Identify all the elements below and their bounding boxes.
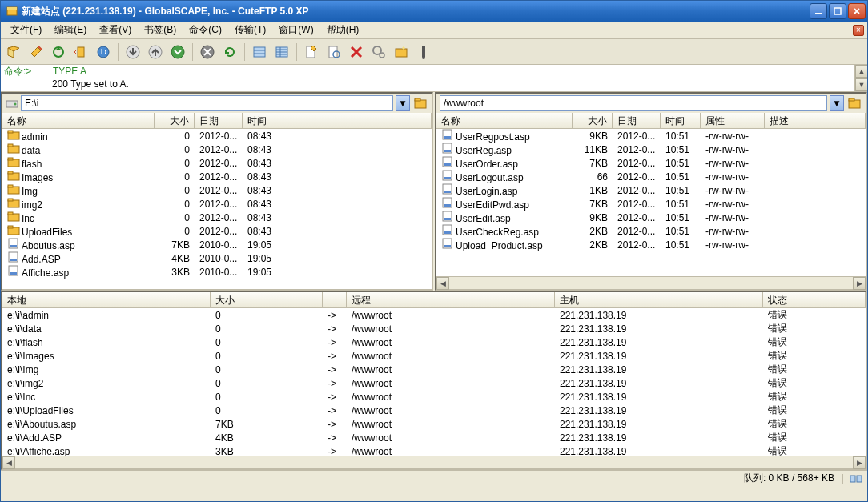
folder-new-icon[interactable] xyxy=(392,42,411,62)
folder-icon xyxy=(7,211,20,222)
site-manager-icon[interactable] xyxy=(4,42,23,62)
stop-icon[interactable] xyxy=(198,42,217,62)
queue-row[interactable]: e:\i\Aboutus.asp 7KB -> /wwwroot 221.231… xyxy=(2,417,866,431)
queue-row[interactable]: e:\i\Img 0 -> /wwwroot 221.231.138.19 错误 xyxy=(2,363,866,376)
col-local[interactable]: 本地 xyxy=(2,292,211,307)
menu-view[interactable]: 查看(V) xyxy=(93,22,138,38)
transfer-queue-icon[interactable] xyxy=(168,42,187,62)
queue-row[interactable]: e:\i\Add.ASP 4KB -> /wwwroot 221.231.138… xyxy=(2,431,866,444)
maximize-button[interactable] xyxy=(829,3,846,19)
menu-file[interactable]: 文件(F) xyxy=(4,22,48,38)
col-time[interactable]: 时间 xyxy=(661,113,701,128)
list-item[interactable]: UserLogin.asp 1KB 2012-0... 10:51 -rw-rw… xyxy=(436,183,866,197)
minimize-button[interactable] xyxy=(810,3,827,19)
col-status[interactable]: 状态 xyxy=(763,292,866,307)
col-date[interactable]: 日期 xyxy=(195,113,243,128)
local-path-dropdown[interactable]: ▼ xyxy=(396,95,410,111)
menu-bookmarks[interactable]: 书签(B) xyxy=(138,22,183,38)
download-icon[interactable] xyxy=(123,42,143,62)
scroll-right-icon[interactable]: ▶ xyxy=(853,456,866,469)
list-item[interactable]: data 0 2012-0... 08:43 xyxy=(2,143,432,156)
queue-row[interactable]: e:\i\Images 0 -> /wwwroot 221.231.138.19… xyxy=(2,349,866,363)
mp3-icon[interactable] xyxy=(94,42,113,62)
menu-commands[interactable]: 命令(C) xyxy=(183,22,228,38)
list-item[interactable]: Img 0 2012-0... 08:43 xyxy=(2,183,432,197)
queue-row[interactable]: e:\i\flash 0 -> /wwwroot 221.231.138.19 … xyxy=(2,335,866,349)
remote-hscroll[interactable]: ◀ ▶ xyxy=(436,276,866,289)
scroll-down-icon[interactable]: ▼ xyxy=(855,78,867,91)
list-item[interactable]: Aboutus.asp 7KB 2010-0... 19:05 xyxy=(2,238,432,251)
list-item[interactable]: UserEdit.asp 9KB 2012-0... 10:51 -rw-rw-… xyxy=(436,211,866,224)
col-arrow[interactable] xyxy=(323,292,347,307)
col-host[interactable]: 主机 xyxy=(555,292,763,307)
remote-path-input[interactable]: /wwwroot xyxy=(440,95,827,111)
remote-file-list[interactable]: UserRegpost.asp 9KB 2012-0... 10:51 -rw-… xyxy=(436,129,866,276)
mdi-close-button[interactable]: × xyxy=(853,25,864,36)
col-desc[interactable]: 描述 xyxy=(765,113,866,128)
queue-row[interactable]: e:\i\UploadFiles 0 -> /wwwroot 221.231.1… xyxy=(2,404,866,417)
view-detail-icon[interactable] xyxy=(272,42,291,62)
col-size[interactable]: 大小 xyxy=(155,113,195,128)
list-item[interactable]: UserCheckReg.asp 2KB 2012-0... 10:51 -rw… xyxy=(436,224,866,238)
log-scrollbar[interactable]: ▲ ▼ xyxy=(854,65,867,91)
col-size[interactable]: 大小 xyxy=(211,292,323,307)
view-file-icon[interactable] xyxy=(324,42,344,62)
list-item[interactable]: UploadFiles 0 2012-0... 08:43 xyxy=(2,224,432,238)
quick-connect-icon[interactable] xyxy=(26,42,46,62)
queue-row[interactable]: e:\i\img2 0 -> /wwwroot 221.231.138.19 错… xyxy=(2,376,866,390)
local-file-list[interactable]: admin 0 2012-0... 08:43 data 0 2012-0...… xyxy=(2,129,432,289)
reconnect-icon[interactable] xyxy=(49,42,68,62)
view-list-icon[interactable] xyxy=(250,42,269,62)
col-size[interactable]: 大小 xyxy=(573,113,613,128)
col-name[interactable]: 名称 xyxy=(2,113,155,128)
queue-row[interactable]: e:\i\Affiche.asp 3KB -> /wwwroot 221.231… xyxy=(2,444,866,456)
queue-row[interactable]: e:\i\admin 0 -> /wwwroot 221.231.138.19 … xyxy=(2,308,866,322)
col-name[interactable]: 名称 xyxy=(436,113,573,128)
edit-icon[interactable] xyxy=(302,42,321,62)
remote-browse-button[interactable] xyxy=(846,95,862,111)
list-item[interactable]: Images 0 2012-0... 08:43 xyxy=(2,170,432,183)
list-item[interactable]: UserOrder.asp 7KB 2012-0... 10:51 -rw-rw… xyxy=(436,156,866,170)
list-item[interactable]: Upload_Product.asp 2KB 2012-0... 10:51 -… xyxy=(436,238,866,251)
delete-icon[interactable] xyxy=(347,42,366,62)
close-button[interactable] xyxy=(848,3,866,19)
col-time[interactable]: 时间 xyxy=(243,113,432,128)
local-path-input[interactable]: E:\i xyxy=(21,95,393,111)
list-item[interactable]: UserLogout.asp 66 2012-0... 10:51 -rw-rw… xyxy=(436,170,866,183)
col-date[interactable]: 日期 xyxy=(613,113,661,128)
col-remote[interactable]: 远程 xyxy=(347,292,555,307)
list-item[interactable]: Add.ASP 4KB 2010-0... 19:05 xyxy=(2,251,432,265)
wizard-icon[interactable] xyxy=(71,42,90,62)
scroll-up-icon[interactable]: ▲ xyxy=(855,65,867,78)
queue-hscroll[interactable]: ◀ ▶ xyxy=(2,456,866,468)
scroll-left-icon[interactable]: ◀ xyxy=(2,456,15,469)
col-attr[interactable]: 属性 xyxy=(701,113,765,128)
svg-rect-1 xyxy=(7,7,17,10)
queue-row[interactable]: e:\i\Inc 0 -> /wwwroot 221.231.138.19 错误 xyxy=(2,390,866,404)
list-item[interactable]: flash 0 2012-0... 08:43 xyxy=(2,156,432,170)
execute-icon[interactable] xyxy=(414,42,433,62)
svg-rect-2 xyxy=(815,13,822,14)
upload-icon[interactable] xyxy=(146,42,165,62)
list-item[interactable]: img2 0 2012-0... 08:43 xyxy=(2,197,432,211)
find-icon[interactable] xyxy=(369,42,388,62)
list-item[interactable]: admin 0 2012-0... 08:43 xyxy=(2,129,432,143)
queue-row[interactable]: e:\i\data 0 -> /wwwroot 221.231.138.19 错… xyxy=(2,322,866,335)
local-pane: E:\i ▼ 名称 大小 日期 时间 admin 0 2012-0... 08:… xyxy=(1,92,433,291)
queue-list[interactable]: e:\i\admin 0 -> /wwwroot 221.231.138.19 … xyxy=(2,308,866,456)
list-item[interactable]: UserEditPwd.asp 7KB 2012-0... 10:51 -rw-… xyxy=(436,197,866,211)
separator xyxy=(192,43,193,61)
list-item[interactable]: Affiche.asp 3KB 2010-0... 19:05 xyxy=(2,265,432,279)
scroll-right-icon[interactable]: ▶ xyxy=(853,277,866,290)
menu-help[interactable]: 帮助(H) xyxy=(320,22,366,38)
remote-path-dropdown[interactable]: ▼ xyxy=(830,95,844,111)
list-item[interactable]: UserRegpost.asp 9KB 2012-0... 10:51 -rw-… xyxy=(436,129,866,143)
list-item[interactable]: Inc 0 2012-0... 08:43 xyxy=(2,211,432,224)
scroll-left-icon[interactable]: ◀ xyxy=(436,277,449,290)
menu-transfer[interactable]: 传输(T) xyxy=(228,22,272,38)
refresh-icon[interactable] xyxy=(220,42,239,62)
local-browse-button[interactable] xyxy=(412,95,428,111)
list-item[interactable]: UserReg.asp 11KB 2012-0... 10:51 -rw-rw-… xyxy=(436,143,866,156)
menu-edit[interactable]: 编辑(E) xyxy=(48,22,93,38)
menu-window[interactable]: 窗口(W) xyxy=(272,22,319,38)
